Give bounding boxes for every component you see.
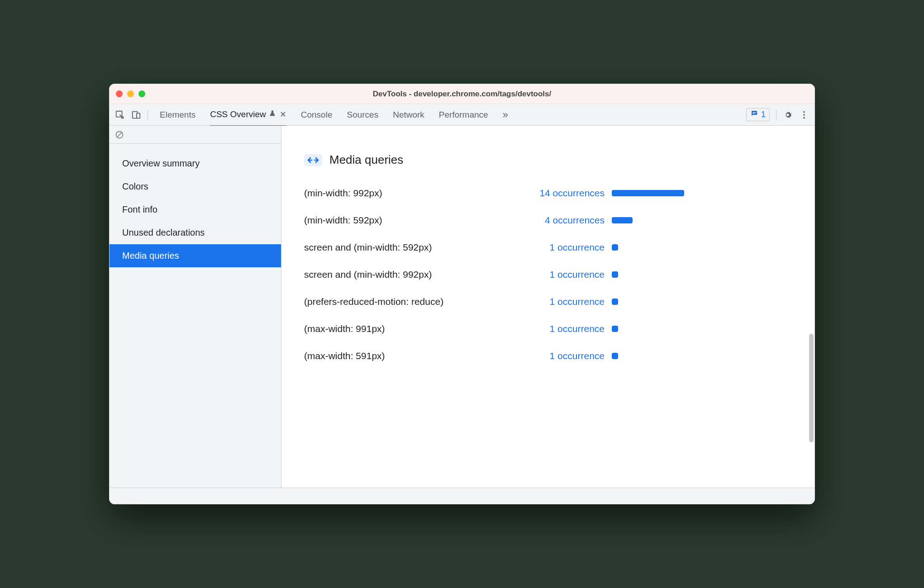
occurrence-bar-cell: [612, 353, 792, 359]
tab-network[interactable]: Network: [393, 104, 424, 125]
occurrence-bar: [612, 326, 618, 332]
sidebar-item-font-info[interactable]: Font info: [110, 198, 281, 221]
tab-console[interactable]: Console: [301, 104, 333, 125]
occurrence-count-link[interactable]: 1 occurrence: [521, 296, 612, 307]
css-overview-sidebar: Overview summary Colors Font info Unused…: [110, 126, 281, 488]
toolbar-divider: [148, 109, 148, 120]
sidebar-item-label: Unused declarations: [122, 228, 205, 237]
media-query-row: (min-width: 592px)4 occurrences: [304, 215, 792, 226]
occurrence-bar: [612, 190, 684, 196]
media-query-row: screen and (min-width: 992px)1 occurrenc…: [304, 269, 792, 280]
section-heading-text: Media queries: [329, 153, 403, 167]
sidebar-items: Overview summary Colors Font info Unused…: [110, 144, 281, 267]
sidebar-item-label: Overview summary: [122, 158, 200, 168]
occurrence-count-link[interactable]: 1 occurrence: [521, 351, 612, 361]
inspect-icon[interactable]: [115, 110, 125, 120]
clear-icon[interactable]: [115, 130, 124, 139]
media-query-text: (min-width: 992px): [304, 188, 521, 199]
content-pane: Media queries (min-width: 992px)14 occur…: [281, 126, 814, 488]
occurrence-bar-cell: [612, 299, 792, 305]
sidebar-item-overview-summary[interactable]: Overview summary: [110, 152, 281, 175]
minimize-window-button[interactable]: [127, 90, 134, 97]
tab-label: Elements: [160, 110, 195, 120]
sidebar-item-label: Media queries: [122, 251, 179, 261]
panel-body: Overview summary Colors Font info Unused…: [110, 126, 814, 488]
scrollbar-thumb[interactable]: [809, 334, 814, 442]
tab-elements[interactable]: Elements: [160, 104, 195, 125]
kebab-menu-icon[interactable]: [799, 110, 809, 120]
gear-icon[interactable]: [783, 110, 793, 120]
tab-css-overview[interactable]: CSS Overview ✕: [210, 104, 286, 127]
tab-sources[interactable]: Sources: [347, 104, 378, 125]
occurrence-bar-cell: [612, 326, 792, 332]
media-query-row: (max-width: 591px)1 occurrence: [304, 351, 792, 361]
tab-performance[interactable]: Performance: [439, 104, 488, 125]
panel-tabs: Elements CSS Overview ✕ Console Sources …: [160, 104, 744, 126]
chat-icon: [750, 109, 758, 120]
media-query-text: (min-width: 592px): [304, 215, 521, 226]
flask-icon: [269, 109, 276, 120]
toolbar-divider: [776, 109, 776, 120]
section-heading: Media queries: [304, 153, 792, 167]
occurrence-bar: [612, 299, 618, 305]
occurrence-bar-cell: [612, 271, 792, 278]
sidebar-header: [110, 126, 281, 144]
tab-label: Network: [393, 110, 424, 120]
media-query-text: screen and (min-width: 992px): [304, 269, 521, 280]
media-query-text: (max-width: 591px): [304, 351, 521, 361]
occurrence-bar: [612, 244, 618, 251]
occurrence-count-link[interactable]: 1 occurrence: [521, 323, 612, 334]
occurrence-count-link[interactable]: 1 occurrence: [521, 242, 612, 253]
occurrence-bar: [612, 217, 633, 223]
devtools-window: DevTools - developer.chrome.com/tags/dev…: [109, 84, 815, 504]
media-queries-icon: [304, 154, 322, 166]
close-window-button[interactable]: [116, 90, 123, 97]
more-tabs-icon[interactable]: »: [503, 109, 508, 121]
tab-label: Console: [301, 110, 333, 120]
drawer-footer: [110, 488, 814, 504]
media-query-text: screen and (min-width: 592px): [304, 242, 521, 253]
occurrence-bar: [612, 271, 618, 278]
occurrence-bar-cell: [612, 190, 792, 196]
issues-badge[interactable]: 1: [746, 108, 770, 121]
sidebar-item-unused-declarations[interactable]: Unused declarations: [110, 221, 281, 244]
media-query-text: (max-width: 991px): [304, 323, 521, 334]
svg-point-6: [803, 114, 805, 116]
maximize-window-button[interactable]: [138, 90, 145, 97]
issues-count: 1: [761, 110, 766, 119]
window-titlebar: DevTools - developer.chrome.com/tags/dev…: [110, 84, 814, 104]
svg-rect-2: [137, 113, 140, 118]
svg-point-7: [803, 117, 805, 119]
media-query-list: (min-width: 992px)14 occurrences(min-wid…: [304, 188, 792, 361]
media-query-row: (max-width: 991px)1 occurrence: [304, 323, 792, 334]
tab-label: Performance: [439, 110, 488, 120]
occurrence-count-link[interactable]: 4 occurrences: [521, 215, 612, 226]
occurrence-bar-cell: [612, 217, 792, 223]
svg-point-5: [803, 111, 805, 113]
svg-rect-3: [753, 112, 756, 113]
occurrence-count-link[interactable]: 1 occurrence: [521, 269, 612, 280]
device-toggle-icon[interactable]: [131, 110, 141, 120]
devtools-toolbar: Elements CSS Overview ✕ Console Sources …: [110, 104, 814, 126]
media-query-row: screen and (min-width: 592px)1 occurrenc…: [304, 242, 792, 253]
close-tab-icon[interactable]: ✕: [280, 109, 286, 119]
occurrence-bar: [612, 353, 618, 359]
media-query-row: (min-width: 992px)14 occurrences: [304, 188, 792, 199]
sidebar-item-media-queries[interactable]: Media queries: [110, 244, 281, 267]
sidebar-item-colors[interactable]: Colors: [110, 175, 281, 198]
occurrence-count-link[interactable]: 14 occurrences: [521, 188, 612, 199]
tab-label: CSS Overview: [210, 109, 266, 119]
sidebar-item-label: Colors: [122, 181, 148, 191]
media-query-text: (prefers-reduced-motion: reduce): [304, 296, 521, 307]
occurrence-bar-cell: [612, 244, 792, 251]
traffic-lights: [116, 90, 145, 97]
tab-label: Sources: [347, 110, 378, 120]
svg-rect-4: [753, 113, 755, 114]
svg-line-9: [117, 132, 122, 138]
sidebar-item-label: Font info: [122, 204, 157, 214]
window-title: DevTools - developer.chrome.com/tags/dev…: [110, 90, 814, 99]
media-query-row: (prefers-reduced-motion: reduce)1 occurr…: [304, 296, 792, 307]
